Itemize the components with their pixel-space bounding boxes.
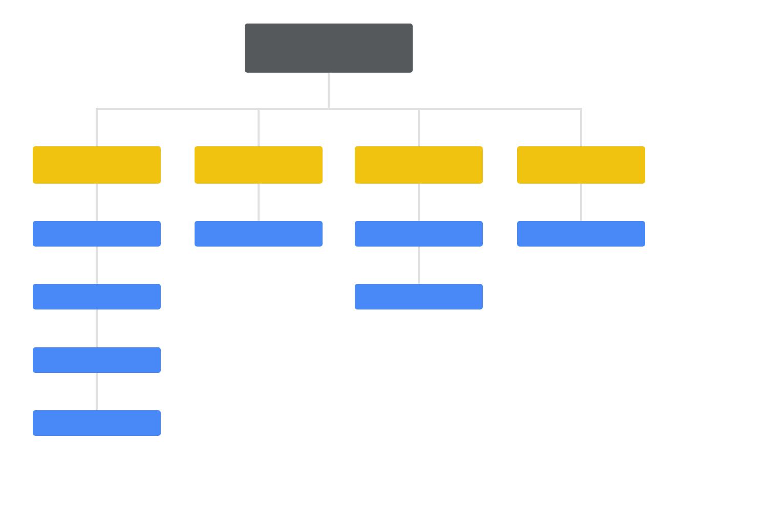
leaf-node-4[interactable]: [195, 221, 323, 247]
connector-layer: [0, 0, 768, 532]
mid-node-3[interactable]: [517, 146, 645, 184]
leaf-node-1[interactable]: [33, 284, 161, 309]
leaf-node-6[interactable]: [355, 284, 483, 309]
mid-node-0[interactable]: [33, 146, 161, 184]
leaf-node-2[interactable]: [33, 347, 161, 373]
mid-node-1[interactable]: [195, 146, 323, 184]
root-node[interactable]: [245, 24, 413, 73]
leaf-node-5[interactable]: [355, 221, 483, 247]
leaf-node-0[interactable]: [33, 221, 161, 247]
mid-node-2[interactable]: [355, 146, 483, 184]
leaf-node-3[interactable]: [33, 410, 161, 436]
leaf-node-7[interactable]: [517, 221, 645, 247]
